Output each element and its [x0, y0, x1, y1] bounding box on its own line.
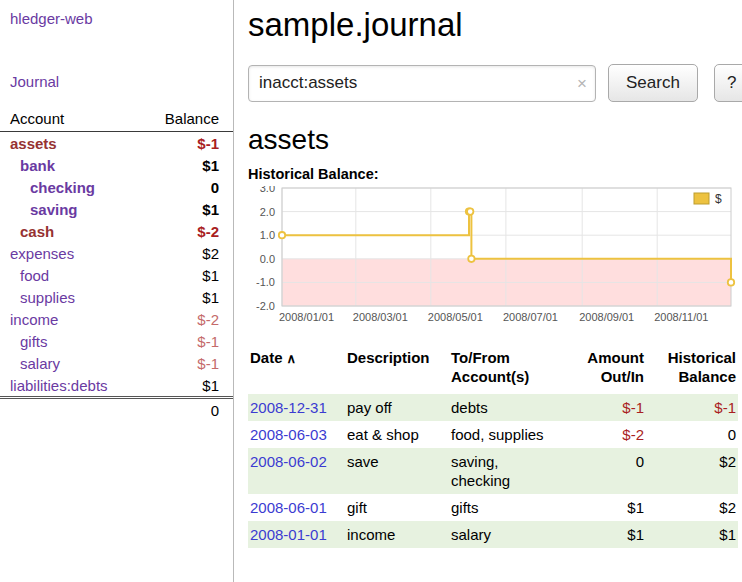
transaction-historical-balance: 0	[646, 421, 738, 448]
transaction-date-link[interactable]: 2008-06-01	[250, 499, 327, 516]
page-title: sample.journal	[248, 6, 742, 44]
transaction-date-cell: 2008-06-03	[248, 421, 345, 448]
historical-balance-chart[interactable]: 3.02.01.00.0-1.0-2.02008/01/012008/03/01…	[248, 186, 737, 334]
svg-text:2008/09/01: 2008/09/01	[579, 311, 634, 323]
account-link[interactable]: supplies	[20, 289, 75, 306]
transaction-amount: $1	[566, 521, 646, 548]
search-button[interactable]: Search	[608, 64, 698, 102]
data-point-marker	[728, 279, 734, 285]
search-bar: × Search ?	[248, 64, 742, 102]
account-row: assets$-1	[0, 132, 233, 155]
account-row: bank$1	[0, 154, 233, 176]
account-name-cell: salary	[0, 352, 143, 374]
search-input[interactable]	[248, 65, 596, 102]
account-link[interactable]: income	[10, 311, 58, 328]
data-point-marker	[279, 232, 285, 238]
register-header-description: Description	[345, 346, 449, 394]
transaction-row[interactable]: 2008-06-02savesaving, checking0$2	[248, 448, 738, 494]
data-point-marker	[468, 256, 474, 262]
account-name-cell: cash	[0, 220, 143, 242]
account-balance: $-1	[143, 330, 233, 352]
transaction-date-cell: 2008-12-31	[248, 394, 345, 421]
transaction-row[interactable]: 2008-01-01incomesalary$1$1	[248, 521, 738, 548]
account-name-cell: gifts	[0, 330, 143, 352]
transaction-accounts: food, supplies	[449, 421, 566, 448]
register-header-amount: Amount Out/In	[566, 346, 646, 394]
account-link[interactable]: cash	[20, 223, 54, 240]
account-link[interactable]: salary	[20, 355, 60, 372]
transaction-accounts: saving, checking	[449, 448, 566, 494]
nav-journal-link[interactable]: Journal	[0, 71, 233, 92]
svg-text:2008/05/01: 2008/05/01	[428, 311, 483, 323]
account-row: gifts$-1	[0, 330, 233, 352]
transaction-row[interactable]: 2008-12-31pay offdebts$-1$-1	[248, 394, 738, 421]
transaction-row[interactable]: 2008-06-03eat & shopfood, supplies$-20	[248, 421, 738, 448]
account-link[interactable]: checking	[30, 179, 95, 196]
account-link[interactable]: assets	[10, 135, 57, 152]
balance-chart-svg[interactable]: 3.02.01.00.0-1.0-2.02008/01/012008/03/01…	[248, 186, 737, 334]
transaction-amount: $-1	[566, 394, 646, 421]
account-link[interactable]: saving	[30, 201, 78, 218]
transaction-accounts: salary	[449, 521, 566, 548]
account-balance: 0	[143, 176, 233, 198]
transaction-historical-balance: $1	[646, 521, 738, 548]
account-balance: $1	[143, 198, 233, 220]
account-name-cell: food	[0, 264, 143, 286]
register-table: Date∧ Description To/From Account(s) Amo…	[248, 346, 738, 548]
account-link[interactable]: expenses	[10, 245, 74, 262]
balance-header-line1: Historical	[648, 348, 736, 367]
account-balance: $-1	[143, 132, 233, 155]
accounts-total-row: 0	[0, 398, 233, 422]
account-row: income$-2	[0, 308, 233, 330]
transaction-historical-balance: $-1	[646, 394, 738, 421]
account-link[interactable]: food	[20, 267, 49, 284]
account-link[interactable]: bank	[20, 157, 55, 174]
account-row: food$1	[0, 264, 233, 286]
account-heading: assets	[248, 124, 742, 156]
account-link[interactable]: gifts	[20, 333, 48, 350]
accounts-total-value: 0	[143, 398, 233, 422]
transaction-date-link[interactable]: 2008-01-01	[250, 526, 327, 543]
register-header-date[interactable]: Date∧	[248, 346, 345, 394]
account-name-cell: saving	[0, 198, 143, 220]
account-name-cell: checking	[0, 176, 143, 198]
transaction-description: pay off	[345, 394, 449, 421]
transaction-date-cell: 2008-06-01	[248, 494, 345, 521]
accounts-header-line2: Account(s)	[451, 367, 564, 386]
account-row: checking0	[0, 176, 233, 198]
accounts-header-row: Account Balance	[0, 108, 233, 132]
transaction-historical-balance: $2	[646, 494, 738, 521]
amount-header-line2: Out/In	[568, 367, 644, 386]
account-link[interactable]: liabilities:debts	[10, 377, 108, 394]
transaction-accounts: gifts	[449, 494, 566, 521]
legend-label: $	[715, 192, 722, 206]
account-name-cell: bank	[0, 154, 143, 176]
accounts-header-balance: Balance	[143, 108, 233, 132]
transaction-date-link[interactable]: 2008-06-02	[250, 453, 327, 470]
svg-text:2008/01/01: 2008/01/01	[279, 311, 334, 323]
svg-text:0.0: 0.0	[260, 253, 275, 265]
accounts-header-line1: To/From	[451, 348, 564, 367]
transaction-description: gift	[345, 494, 449, 521]
help-button[interactable]: ?	[714, 64, 742, 102]
transaction-row[interactable]: 2008-06-01giftgifts$1$2	[248, 494, 738, 521]
svg-text:-1.0: -1.0	[256, 276, 275, 288]
transaction-historical-balance: $2	[646, 448, 738, 494]
app-title-link[interactable]: hledger-web	[0, 8, 233, 29]
transaction-date-link[interactable]: 2008-06-03	[250, 426, 327, 443]
chart-heading: Historical Balance:	[248, 166, 742, 182]
transaction-date-link[interactable]: 2008-12-31	[250, 399, 327, 416]
account-balance: $1	[143, 264, 233, 286]
transaction-date-cell: 2008-01-01	[248, 521, 345, 548]
svg-text:-2.0: -2.0	[256, 300, 275, 312]
svg-text:2.0: 2.0	[260, 206, 275, 218]
account-row: cash$-2	[0, 220, 233, 242]
account-name-cell: expenses	[0, 242, 143, 264]
transaction-amount: $1	[566, 494, 646, 521]
register-header-accounts: To/From Account(s)	[449, 346, 566, 394]
search-input-wrap: ×	[248, 65, 596, 102]
clear-search-icon[interactable]: ×	[577, 75, 587, 92]
account-balance: $1	[143, 286, 233, 308]
accounts-total-spacer	[0, 398, 143, 422]
svg-text:1.0: 1.0	[260, 229, 275, 241]
